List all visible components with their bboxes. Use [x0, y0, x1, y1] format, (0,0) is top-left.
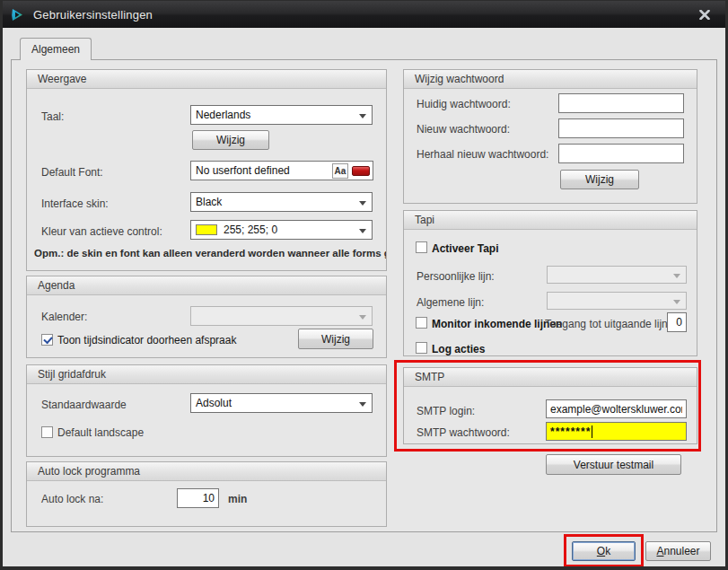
group-password-header: Wijzig wachtwoord [404, 70, 697, 89]
standaardwaarde-label: Standaardwaarde [41, 399, 127, 411]
smtp-highlight-box [394, 360, 701, 452]
group-wijzig-wachtwoord: Wijzig wachtwoord Huidig wachtwoord: Nie… [403, 69, 697, 204]
group-agenda-header: Agenda [27, 276, 386, 295]
interface-skin-value: Black [196, 196, 222, 208]
default-font-value: No userfont defined [196, 164, 332, 177]
group-weergave-header: Weergave [27, 70, 386, 89]
standaardwaarde-combo[interactable]: Adsolut [190, 393, 373, 413]
group-weergave: Weergave Taal: Nederlands Wijzig Default… [26, 69, 387, 271]
activeer-tapi-checkbox[interactable] [416, 241, 427, 253]
active-control-color-label: Kleur van actieve control: [41, 225, 162, 238]
tab-panel: Weergave Taal: Nederlands Wijzig Default… [11, 59, 717, 532]
log-acties-label: Log acties [432, 343, 485, 355]
monitor-lijnen-checkbox[interactable] [416, 317, 427, 329]
huidig-wachtwoord-label: Huidig wachtwoord: [417, 98, 511, 110]
window-title: Gebruikersinstellingen [33, 8, 153, 22]
active-control-color-combo[interactable]: 255; 255; 0 [190, 220, 373, 240]
group-tapi-header: Tapi [404, 211, 697, 230]
taal-label: Taal: [41, 110, 64, 123]
active-control-color-value: 255; 255; 0 [224, 224, 277, 236]
font-clear-button[interactable] [352, 166, 370, 176]
default-font-label: Default Font: [41, 166, 103, 179]
titlebar: Gebruikersinstellingen [3, 1, 725, 28]
tijdsindicator-label: Toon tijdsindicator doorheen afspraak [57, 334, 236, 346]
skin-font-note: Opm.: de skin en font kan alleen verande… [34, 248, 386, 259]
color-swatch [196, 224, 217, 235]
chevron-down-icon [359, 114, 366, 118]
chevron-down-icon [359, 315, 366, 320]
huidig-wachtwoord-input[interactable] [558, 93, 684, 113]
persoonlijke-lijn-combo [547, 266, 687, 284]
app-icon [10, 7, 25, 22]
monitor-lijnen-label: Monitor inkomende lijnen [432, 318, 562, 330]
chevron-down-icon [359, 229, 366, 233]
auto-lock-unit: min [228, 493, 247, 505]
log-acties-checkbox[interactable] [416, 342, 427, 354]
group-agenda: Agenda Kalender: Toon tijdsindicator doo… [26, 276, 387, 358]
auto-lock-label: Auto lock na: [41, 493, 103, 505]
verstuur-testmail-button[interactable]: Verstuur testmail [546, 454, 681, 475]
close-icon [699, 10, 710, 20]
chevron-down-icon [673, 274, 680, 278]
standaardwaarde-value: Adsolut [196, 397, 232, 409]
default-landscape-checkbox[interactable] [41, 426, 53, 438]
auto-lock-input[interactable] [177, 488, 219, 508]
tab-algemeen[interactable]: Algemeen [20, 38, 92, 60]
group-tapi: Tapi Activeer Tapi Persoonlijke lijn: Al… [403, 210, 697, 356]
taal-combo[interactable]: Nederlands [190, 105, 373, 125]
toegang-input[interactable] [667, 312, 687, 332]
agenda-wijzig-button[interactable]: Wijzig [298, 329, 373, 349]
ok-highlight-box [564, 534, 644, 567]
toegang-label: Toegang tot uitgaande lijn [545, 318, 668, 330]
persoonlijke-lijn-label: Persoonlijke lijn: [417, 270, 495, 283]
chevron-down-icon [359, 402, 366, 407]
group-stijl-gridafdruk: Stijl gridafdruk Standaardwaarde Adsolut… [26, 364, 387, 457]
annuleer-button-label: nnuleer [663, 545, 699, 557]
group-stijl-header: Stijl gridafdruk [27, 365, 386, 384]
chevron-down-icon [673, 300, 680, 304]
wachtwoord-wijzig-button[interactable]: Wijzig [560, 170, 639, 189]
interface-skin-label: Interface skin: [41, 197, 109, 210]
activeer-tapi-label: Activeer Tapi [432, 242, 498, 255]
herhaal-wachtwoord-input[interactable] [558, 144, 684, 163]
default-font-field[interactable]: No userfont defined Aa [190, 161, 373, 180]
interface-skin-combo[interactable]: Black [190, 192, 373, 212]
kalender-label: Kalender: [41, 311, 87, 323]
close-button[interactable] [693, 5, 716, 23]
default-landscape-label: Default landscape [57, 426, 144, 439]
annuleer-button[interactable]: Annuleer [645, 541, 711, 561]
tijdsindicator-checkbox[interactable] [41, 334, 53, 346]
weergave-wijzig-button[interactable]: Wijzig [192, 130, 269, 150]
group-auto-lock: Auto lock programma Auto lock na: min [26, 461, 387, 527]
algemene-lijn-label: Algemene lijn: [417, 296, 484, 309]
nieuw-wachtwoord-input[interactable] [558, 118, 684, 138]
user-settings-dialog: Gebruikersinstellingen Algemeen Weergave… [0, 0, 728, 570]
kalender-combo [190, 306, 373, 326]
nieuw-wachtwoord-label: Nieuw wachtwoord: [417, 123, 510, 136]
font-picker-button[interactable]: Aa [332, 163, 348, 179]
taal-value: Nederlands [196, 109, 250, 121]
herhaal-wachtwoord-label: Herhaal nieuw wachtwoord: [417, 148, 548, 161]
algemene-lijn-combo [547, 292, 687, 310]
group-auto-lock-header: Auto lock programma [27, 462, 386, 481]
chevron-down-icon [359, 201, 366, 206]
